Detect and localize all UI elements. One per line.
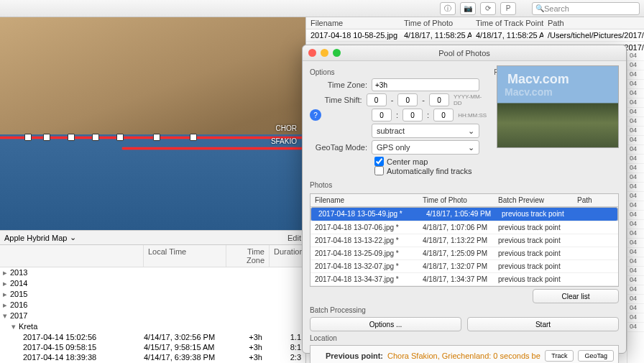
- search-input[interactable]: 🔍 Search: [532, 2, 640, 15]
- tree-year[interactable]: ▸2013: [0, 267, 305, 278]
- pool-row[interactable]: 2017-04-18 13-34-37.jpg *4/18/17, 1:34:3…: [310, 273, 618, 286]
- location-row: Previous point: Chora Sfakion, Griechenl…: [315, 350, 614, 362]
- auto-tracks-label: Automatically find tracks: [387, 167, 472, 175]
- tree-header: Local Time Time Zone Duration: [0, 245, 305, 267]
- chevron-down-icon: ⌄: [468, 143, 474, 152]
- clear-list-button[interactable]: Clear list: [533, 289, 619, 303]
- edit-link[interactable]: Edit: [288, 234, 301, 242]
- tree-year[interactable]: ▸2015: [0, 289, 305, 300]
- geotag-mode-label: GeoTag Mode:: [310, 143, 367, 152]
- time-hint: HH:MM:SS: [458, 112, 487, 119]
- tree-album[interactable]: ▾Kreta: [0, 321, 305, 332]
- year-tree[interactable]: Local Time Time Zone Duration ▸2013▸2014…: [0, 244, 305, 363]
- batch-start-button[interactable]: Start: [467, 317, 619, 331]
- cropped-path-column: 0404040404040404040404040404040404040404…: [627, 52, 644, 363]
- search-placeholder: Search: [544, 4, 569, 13]
- pool-row[interactable]: 2017-04-18 13-32-07.jpg *4/18/17, 1:32:0…: [310, 260, 618, 273]
- location-box: Previous point: Chora Sfakion, Griechenl…: [310, 345, 619, 363]
- timezone-label: Time Zone:: [310, 81, 367, 89]
- date-hint: YYYY-MM-DD: [454, 93, 487, 106]
- file-row[interactable]: 2017-04-18 10-58-25.jpg4/18/17, 11:58:25…: [306, 29, 644, 42]
- pool-table-header: Filename Time of Photo Batch Preview Pat…: [310, 194, 618, 207]
- options-label: Options: [310, 68, 487, 76]
- ts-day[interactable]: [429, 93, 449, 106]
- ts-hour[interactable]: [372, 109, 392, 121]
- ts-sec[interactable]: [433, 109, 454, 121]
- geotag-button[interactable]: GeoTag: [578, 350, 614, 362]
- refresh-button[interactable]: ⟳: [480, 2, 496, 15]
- timezone-input[interactable]: [372, 78, 479, 91]
- center-map-checkbox[interactable]: [374, 157, 384, 166]
- photos-label: Photos: [310, 181, 619, 189]
- p-button[interactable]: P: [500, 2, 516, 15]
- ts-min[interactable]: [402, 109, 423, 121]
- chevron-down-icon: ⌄: [70, 233, 76, 242]
- chevron-down-icon: ⌄: [468, 127, 474, 136]
- ts-month[interactable]: [397, 93, 418, 106]
- batch-label: Batch Processing: [310, 306, 619, 314]
- pool-title: Pool of Photos: [303, 49, 626, 58]
- subtract-select[interactable]: subtract⌄: [372, 124, 479, 138]
- pool-titlebar[interactable]: Pool of Photos: [303, 45, 626, 61]
- map-source-select[interactable]: Apple Hybrid Map ⌄: [4, 233, 288, 242]
- map-place-label2: SFAKIO: [271, 137, 297, 145]
- batch-options-button[interactable]: Options ...: [310, 317, 461, 331]
- files-header: Filename Time of Photo Time of Track Poi…: [306, 17, 644, 29]
- geotag-mode-select[interactable]: GPS only⌄: [372, 140, 479, 155]
- location-label: Location: [310, 334, 619, 342]
- pool-table[interactable]: Filename Time of Photo Batch Preview Pat…: [310, 193, 619, 287]
- toolbar: ⓘ 📷 ⟳ P 🔍 Search: [0, 0, 644, 17]
- map-source-label: Apple Hybrid Map: [4, 234, 67, 242]
- pool-window: Pool of Photos Options Time Zone: Time S…: [302, 45, 627, 354]
- tree-track[interactable]: 2017-04-15 09:58:154/15/17, 9:58:15 AM+3…: [0, 342, 305, 352]
- track-button[interactable]: Track: [545, 350, 574, 362]
- map-place-label: CHOR: [276, 124, 297, 132]
- help-icon[interactable]: ?: [310, 109, 321, 121]
- pool-row[interactable]: 2017-04-18 13-13-22.jpg *4/18/17, 1:13:2…: [310, 234, 618, 247]
- center-map-label: Center map: [387, 157, 428, 166]
- ts-year[interactable]: [367, 93, 387, 106]
- tree-track[interactable]: 2017-04-14 15:02:564/14/17, 3:02:56 PM+3…: [0, 332, 305, 342]
- tree-year[interactable]: ▾2017: [0, 311, 305, 321]
- preview-image: Macv.com Macv.com: [497, 65, 619, 148]
- map-view[interactable]: CHOR SFAKIO: [0, 17, 305, 230]
- pool-row[interactable]: 2017-04-18 13-07-06.jpg *4/18/17, 1:07:0…: [310, 221, 618, 234]
- map-footer: Apple Hybrid Map ⌄ Edit: [0, 230, 305, 244]
- info-button[interactable]: ⓘ: [440, 2, 456, 15]
- watermark: Macv.com: [507, 72, 569, 87]
- tree-year[interactable]: ▸2016: [0, 300, 305, 311]
- tree-track[interactable]: 2017-04-14 18:39:384/14/17, 6:39:38 PM+3…: [0, 352, 305, 362]
- tree-year[interactable]: ▸2014: [0, 278, 305, 289]
- pool-row[interactable]: 2017-04-18 13-25-09.jpg *4/18/17, 1:25:0…: [310, 247, 618, 260]
- camera-button[interactable]: 📷: [460, 2, 476, 15]
- auto-tracks-checkbox[interactable]: [374, 166, 384, 175]
- timeshift-label: Time Shift:: [310, 96, 362, 104]
- pool-row[interactable]: 2017-04-18 13-05-49.jpg *4/18/17, 1:05:4…: [310, 207, 618, 221]
- watermark2: Macv.com: [505, 86, 553, 98]
